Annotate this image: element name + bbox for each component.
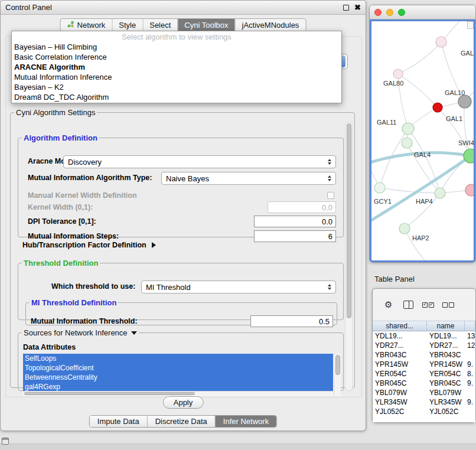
zoom-traffic-light[interactable] — [398, 9, 405, 16]
columns-icon[interactable] — [403, 301, 413, 309]
network-edge[interactable] — [405, 229, 426, 261]
table-cell — [465, 388, 475, 397]
table-body: YDL19...YDL19...13YDR27...YDR27...12YBR0… — [373, 331, 475, 422]
node-label: HAP2 — [412, 234, 429, 242]
control-panel-titlebar[interactable]: Control Panel — [1, 1, 366, 15]
column-header[interactable]: name — [427, 321, 465, 331]
column-header[interactable]: shared... — [373, 321, 427, 331]
mi-threshold-field[interactable]: 0.5 — [250, 315, 333, 327]
network-canvas[interactable]: GALGAL80GAL10GAL1GAL11SWI4GAL4GCY1HAP4HA… — [370, 19, 475, 262]
list-horizontal-scrollbar[interactable] — [23, 391, 334, 396]
tab-label: Select — [149, 21, 171, 30]
network-canvas-svg[interactable]: GALGAL80GAL10GAL1GAL11SWI4GAL4GCY1HAP4HA… — [371, 21, 475, 261]
table-cell: 12 — [465, 341, 475, 350]
dpi-tolerance-field[interactable]: 0.0 — [254, 216, 336, 227]
deselect-all-checks-icon[interactable] — [442, 302, 454, 308]
algorithm-option[interactable]: Basic Correlation Inference — [12, 52, 341, 62]
table-row[interactable]: YPR145WYPR145W9. — [373, 360, 475, 369]
data-attributes-list[interactable]: SelfLoopsTopologicalCoefficientBetweenne… — [23, 354, 341, 396]
tab-jactivemnodules[interactable]: jActiveMNodules — [235, 19, 306, 31]
network-node[interactable] — [465, 184, 475, 196]
table-row[interactable]: YBR045CYBR045C9. — [373, 379, 475, 388]
algorithm-option[interactable]: Mutual Information Inference — [12, 72, 341, 82]
attribute-list-item[interactable]: BetweennessCentrality — [23, 373, 333, 382]
algorithm-option[interactable]: Bayesian – K2 — [12, 82, 341, 92]
network-edge[interactable] — [398, 74, 438, 107]
which-threshold-value: MI Threshold — [146, 283, 191, 292]
network-node[interactable]: HAP2 — [399, 223, 429, 242]
float-window-icon[interactable] — [343, 5, 349, 11]
table-cell: YER054C — [427, 369, 465, 379]
network-node[interactable]: GAL11 — [377, 119, 414, 135]
select-all-checks-icon[interactable] — [422, 302, 434, 308]
table-cell: 9. — [465, 360, 475, 369]
manual-kernel-width-checkbox[interactable] — [327, 192, 334, 199]
bottom-tab-discretize-data[interactable]: Discretize Data — [147, 416, 215, 427]
table-panel-window: shared...name YDL19...YDL19...13YDR27...… — [372, 288, 476, 423]
bottom-tab-impute-data[interactable]: Impute Data — [90, 416, 147, 427]
network-window-titlebar[interactable] — [370, 5, 475, 19]
network-edge[interactable] — [408, 129, 440, 193]
hub-section-label: Hub/Transcription Factor Definition — [22, 241, 146, 249]
algorithm-definition-group: Algorithm Definition Aracne Mode: Discov… — [18, 133, 344, 237]
column-header[interactable] — [465, 321, 475, 331]
table-cell: YJL052C — [373, 407, 427, 416]
settings-vertical-scrollbar[interactable] — [345, 122, 353, 391]
tab-label: Cyni Toolbox — [184, 21, 228, 30]
hub-transcription-factor-section[interactable]: Hub/Transcription Factor Definition — [22, 241, 156, 249]
scrollbar-thumb[interactable] — [347, 123, 351, 318]
kernel-width-label: Kernel Width (0,1): — [28, 201, 93, 213]
minimize-traffic-light[interactable] — [386, 9, 393, 16]
table-row[interactable]: YDL19...YDL19...13 — [373, 331, 475, 341]
network-node[interactable]: GCY1 — [374, 182, 392, 205]
scrollbar-thumb[interactable] — [335, 355, 340, 375]
kernel-width-field[interactable]: 0.0 — [268, 201, 336, 213]
tab-style[interactable]: Style — [112, 19, 142, 31]
table-row[interactable]: YLR345WYLR345W9. — [373, 397, 475, 407]
table-cell — [465, 407, 475, 416]
network-edge[interactable] — [464, 102, 471, 156]
aracne-mode-select[interactable]: Discovery — [63, 155, 336, 168]
network-tab-icon — [67, 21, 74, 30]
network-edge[interactable] — [380, 188, 440, 193]
which-threshold-label: Which threshold to use: — [51, 281, 135, 292]
combo-arrows-icon — [328, 175, 331, 181]
mi-algorithm-type-select[interactable]: Naive Bayes — [161, 172, 336, 185]
minimized-panel-icon[interactable] — [2, 438, 9, 445]
apply-button[interactable]: Apply — [163, 396, 204, 409]
tab-network[interactable]: Network — [61, 19, 112, 31]
network-node[interactable]: GAL80 — [383, 69, 403, 87]
table-row[interactable]: YBL079WYBL079W — [373, 388, 475, 397]
scrollbar-thumb[interactable] — [24, 392, 195, 395]
algorithm-option[interactable]: Dream8 DC_TDC Algorithm — [12, 92, 341, 102]
close-traffic-light[interactable] — [374, 9, 382, 16]
mi-algorithm-type-label: Mutual Information Algorithm Type: — [28, 172, 152, 184]
gear-icon[interactable] — [384, 300, 392, 309]
sources-legend[interactable]: Sources for Network Inference — [22, 328, 139, 337]
table-row[interactable]: YBR043CYBR043C — [373, 350, 475, 360]
attribute-list-item[interactable]: TopologicalCoefficient — [23, 363, 333, 373]
algorithm-option[interactable]: Bayesian – Hill Climbing — [12, 42, 341, 52]
bottom-tab-infer-network[interactable]: Infer Network — [215, 416, 276, 427]
table-row[interactable]: YDR27...YDR27...12 — [373, 341, 475, 350]
network-edge[interactable] — [398, 42, 441, 74]
collapsed-arrow-icon[interactable] — [152, 242, 156, 248]
network-node[interactable]: SWI4 — [458, 139, 475, 163]
list-vertical-scrollbar[interactable] — [334, 354, 341, 396]
attribute-list-item[interactable]: SelfLoops — [23, 354, 333, 363]
mi-steps-field[interactable]: 6 — [254, 230, 336, 242]
close-icon[interactable] — [354, 4, 361, 11]
tab-cyni-toolbox[interactable]: Cyni Toolbox — [177, 19, 234, 31]
tab-select[interactable]: Select — [142, 19, 177, 31]
table-cell: YPR145W — [373, 360, 427, 369]
expanded-arrow-icon[interactable] — [131, 331, 137, 335]
attribute-list-item[interactable]: gal4RGexp — [23, 382, 333, 392]
table-row[interactable]: YJL052CYJL052C — [373, 407, 475, 416]
table-row[interactable]: YER054CYER054C8. — [373, 369, 475, 379]
network-node[interactable]: GAL — [436, 37, 474, 57]
aracne-mode-value: Discovery — [68, 158, 102, 167]
network-view-window: GALGAL80GAL10GAL1GAL11SWI4GAL4GCY1HAP4HA… — [369, 5, 476, 263]
which-threshold-select[interactable]: MI Threshold — [141, 281, 336, 294]
algorithm-option[interactable]: ARACNE Algorithm — [12, 62, 341, 72]
network-edge[interactable] — [407, 143, 440, 193]
